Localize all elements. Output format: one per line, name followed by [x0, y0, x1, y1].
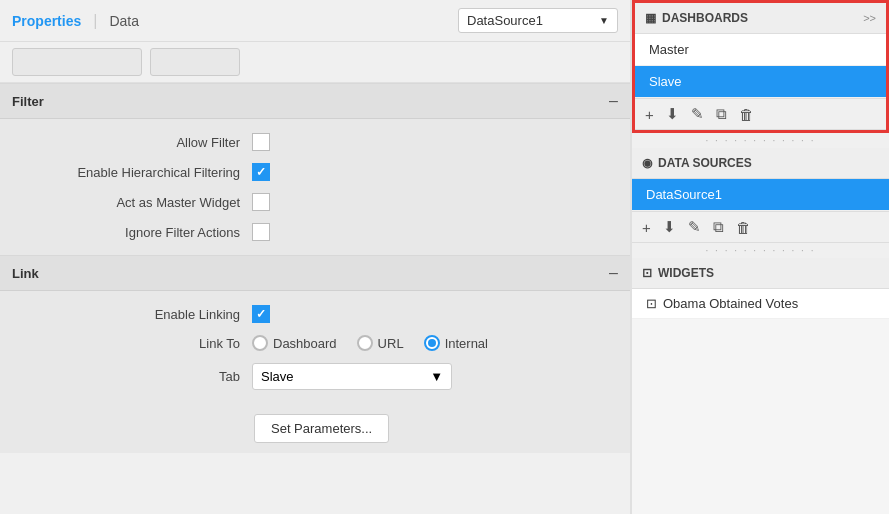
- radio-url-outer: [357, 335, 373, 351]
- tab-row-label: Tab: [20, 369, 240, 384]
- divider-dots-2: · · · · · · · · · · · ·: [632, 243, 889, 258]
- set-parameters-button[interactable]: Set Parameters...: [254, 414, 389, 443]
- widget-item-icon: ⊡: [646, 296, 657, 311]
- datasource-dropdown[interactable]: DataSource1 ▼: [458, 8, 618, 33]
- dashboards-toolbar: + ⬇ ✎ ⧉ 🗑: [635, 98, 886, 130]
- widgets-header: ⊡ WIDGETS: [632, 258, 889, 289]
- link-section-header: Link –: [0, 256, 630, 291]
- widgets-title: ⊡ WIDGETS: [642, 266, 714, 280]
- radio-internal-outer: [424, 335, 440, 351]
- left-panel: Properties | Data DataSource1 ▼ Filter –…: [0, 0, 630, 514]
- tab-select-arrow: ▼: [430, 369, 443, 384]
- hierarchical-filtering-row: Enable Hierarchical Filtering: [0, 157, 630, 187]
- tab-select-value: Slave: [261, 369, 294, 384]
- link-section: Link – Enable Linking Link To Dashboard: [0, 255, 630, 453]
- dashboards-copy-icon[interactable]: ⧉: [716, 105, 727, 123]
- widget-item-1[interactable]: ⊡ Obama Obtained Votes: [632, 289, 889, 319]
- radio-internal[interactable]: Internal: [424, 335, 488, 351]
- datasources-edit-icon[interactable]: ✎: [688, 218, 701, 236]
- allow-filter-label: Allow Filter: [20, 135, 240, 150]
- link-to-label: Link To: [20, 336, 240, 351]
- radio-dashboard-outer: [252, 335, 268, 351]
- datasource-item-1[interactable]: DataSource1: [632, 179, 889, 211]
- datasource-arrow: ▼: [599, 15, 609, 26]
- filter-collapse-button[interactable]: –: [609, 92, 618, 110]
- filter-form-rows: Allow Filter Enable Hierarchical Filteri…: [0, 119, 630, 255]
- datasources-icon: ◉: [642, 156, 652, 170]
- radio-url[interactable]: URL: [357, 335, 404, 351]
- dashboards-header: ▦ DASHBOARDS >>: [635, 3, 886, 34]
- hierarchical-filtering-label: Enable Hierarchical Filtering: [20, 165, 240, 180]
- dashboards-add-icon[interactable]: +: [645, 106, 654, 123]
- tab-separator: |: [93, 12, 97, 30]
- radio-dashboard[interactable]: Dashboard: [252, 335, 337, 351]
- ignore-filter-label: Ignore Filter Actions: [20, 225, 240, 240]
- widgets-icon: ⊡: [642, 266, 652, 280]
- tab-select[interactable]: Slave ▼: [252, 363, 452, 390]
- dashboard-item-slave[interactable]: Slave: [635, 66, 886, 98]
- divider-dots-1: · · · · · · · · · · · ·: [632, 133, 889, 148]
- radio-url-label: URL: [378, 336, 404, 351]
- dashboards-download-icon[interactable]: ⬇: [666, 105, 679, 123]
- widgets-section: ⊡ WIDGETS ⊡ Obama Obtained Votes: [632, 258, 889, 319]
- datasources-delete-icon[interactable]: 🗑: [736, 219, 751, 236]
- faded-element-1: [12, 48, 142, 76]
- datasources-title: ◉ DATA SOURCES: [642, 156, 752, 170]
- dashboards-delete-icon[interactable]: 🗑: [739, 106, 754, 123]
- link-section-title: Link: [12, 266, 39, 281]
- ignore-filter-row: Ignore Filter Actions: [0, 217, 630, 247]
- tab-data[interactable]: Data: [109, 13, 139, 29]
- enable-linking-label: Enable Linking: [20, 307, 240, 322]
- dashboards-icon: ▦: [645, 11, 656, 25]
- dashboards-list: Master Slave: [635, 34, 886, 98]
- allow-filter-row: Allow Filter: [0, 127, 630, 157]
- widget-item-label: Obama Obtained Votes: [663, 296, 798, 311]
- datasource-value: DataSource1: [467, 13, 543, 28]
- datasources-header: ◉ DATA SOURCES: [632, 148, 889, 179]
- right-panel: ▦ DASHBOARDS >> Master Slave + ⬇ ✎ ⧉ 🗑 ·…: [630, 0, 889, 514]
- link-collapse-button[interactable]: –: [609, 264, 618, 282]
- allow-filter-checkbox[interactable]: [252, 133, 270, 151]
- dashboards-expand[interactable]: >>: [863, 12, 876, 24]
- link-to-row: Link To Dashboard URL Internal: [0, 329, 630, 357]
- filter-section-header: Filter –: [0, 84, 630, 119]
- dashboard-item-master[interactable]: Master: [635, 34, 886, 66]
- datasources-list: DataSource1: [632, 179, 889, 211]
- dashboards-edit-icon[interactable]: ✎: [691, 105, 704, 123]
- datasources-copy-icon[interactable]: ⧉: [713, 218, 724, 236]
- tabs-header: Properties | Data DataSource1 ▼: [0, 0, 630, 42]
- tab-properties[interactable]: Properties: [12, 13, 81, 29]
- faded-element-2: [150, 48, 240, 76]
- link-to-radio-group: Dashboard URL Internal: [252, 335, 488, 351]
- tab-row: Tab Slave ▼: [0, 357, 630, 396]
- filter-section-title: Filter: [12, 94, 44, 109]
- set-params-row: Set Parameters...: [0, 404, 630, 453]
- hierarchical-filtering-checkbox[interactable]: [252, 163, 270, 181]
- radio-dashboard-label: Dashboard: [273, 336, 337, 351]
- radio-internal-dot: [428, 339, 436, 347]
- filter-section: Filter – Allow Filter Enable Hierarchica…: [0, 83, 630, 255]
- dashboards-section: ▦ DASHBOARDS >> Master Slave + ⬇ ✎ ⧉ 🗑: [632, 0, 889, 133]
- datasources-download-icon[interactable]: ⬇: [663, 218, 676, 236]
- master-widget-label: Act as Master Widget: [20, 195, 240, 210]
- dashboards-title: ▦ DASHBOARDS: [645, 11, 748, 25]
- radio-internal-label: Internal: [445, 336, 488, 351]
- link-form-rows: Enable Linking Link To Dashboard URL: [0, 291, 630, 404]
- enable-linking-row: Enable Linking: [0, 299, 630, 329]
- datasources-add-icon[interactable]: +: [642, 219, 651, 236]
- datasources-section: ◉ DATA SOURCES DataSource1 + ⬇ ✎ ⧉ 🗑: [632, 148, 889, 243]
- ignore-filter-checkbox[interactable]: [252, 223, 270, 241]
- master-widget-checkbox[interactable]: [252, 193, 270, 211]
- master-widget-row: Act as Master Widget: [0, 187, 630, 217]
- enable-linking-checkbox[interactable]: [252, 305, 270, 323]
- top-faded-area: [0, 42, 630, 83]
- datasources-toolbar: + ⬇ ✎ ⧉ 🗑: [632, 211, 889, 243]
